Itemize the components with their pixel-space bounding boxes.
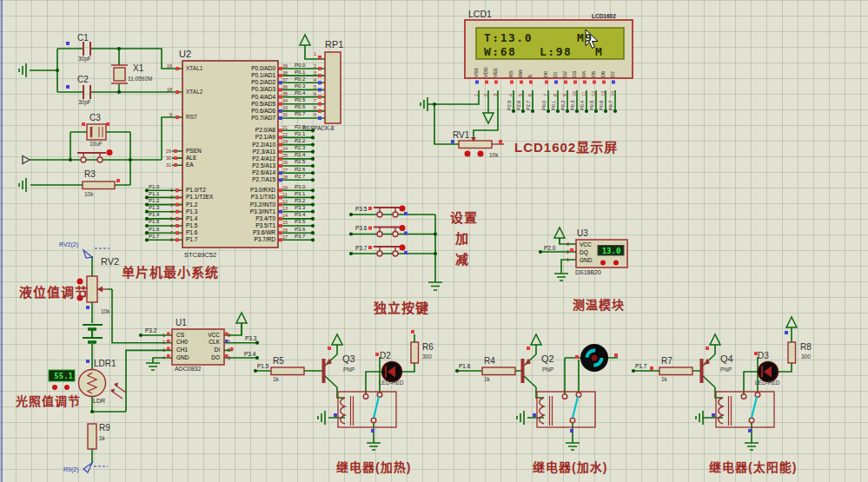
adc-part: ADC0832 [175,366,201,372]
capacitor-c2 [83,85,90,99]
mcu-pin-label: P3.0/RXD [214,187,275,194]
u3-ref: U3 [577,228,588,238]
mcu-ref: U2 [179,49,191,59]
lcd-pin-number: 2 [483,85,493,96]
net-label: P3.7 [295,233,305,240]
lcd-pin-name: VDD [483,60,493,77]
net-label: P0.6 [295,103,305,110]
net-label: P3.2 [295,197,305,204]
net-label: P3.4 [295,211,305,218]
mcu-pin-label: P3.2/INT0 [214,201,275,208]
mcu-pin-number: 35 [282,90,288,97]
r7-ref: R7 [661,356,673,366]
mcu-pin-number: 33 [282,104,288,111]
caption-keys: 独立按键 [374,298,429,316]
mcu-p1-nums: 12345678 [165,187,173,243]
q4-ref: Q4 [720,353,733,364]
u3-pin-name: GND [580,256,592,264]
lcd-pin-number: 1 [474,85,483,96]
mcu-pin-label: P0.2/AD2 [214,79,275,86]
mcu-pin-label: P3.6/WR [214,229,275,236]
lcd-pins-power: VSSVDDVEE [474,60,502,77]
mcu-pin-label: P3.7/RD [214,236,275,243]
net-p3-3: P3.3 [245,335,256,341]
net-label: P2.5 [507,91,516,110]
lcd-ref: LCD1 [468,9,492,19]
r9-value: 1k [99,435,105,441]
net-label: P0.3 [570,91,580,110]
mcu-pin-label: PSEN [186,148,202,155]
mcu-pin-number: 10 [282,184,288,191]
mcu-pin-number: 16 [282,227,288,234]
net-label: P0.0 [295,62,305,69]
push-button-plus[interactable] [374,225,406,237]
push-button-minus[interactable] [374,245,406,257]
net-label: P1.6 [149,226,159,233]
net-label: P2.7 [295,173,305,180]
net-label: P0.4 [295,89,305,96]
adc-pin-number: 1 [159,332,165,340]
adc-pin-name: GND [176,354,189,362]
d3-part: LED-RED [755,380,780,386]
net-p1-5: P1.5 [257,363,268,369]
net-label: P0.4 [580,91,589,110]
adc-pin-number: 5 [228,347,230,354]
push-button-set[interactable] [374,206,406,218]
mcu-pin-number: 3 [165,201,173,208]
resistor-r3 [83,182,115,189]
mcu-pin-label: P0.3/AD3 [214,86,275,93]
rp1-part: RESPACK-8 [302,125,334,131]
mcu-pin-number: 34 [282,97,288,104]
mcu-pin-label: EA [186,162,202,168]
r3-value: 10k [84,191,93,197]
d3-ref: D3 [758,351,769,360]
mcu-num-xtal2: 18 [163,87,172,92]
net-label: P3.3 [295,204,305,211]
caption-set: 设置 [450,208,478,226]
adc-left-pins: CSCH0CH1GND [176,332,189,362]
u3-nums: 321 [563,241,569,264]
lcd-pin-name: D4 [581,60,591,77]
r4-ref: R4 [484,356,495,366]
q3-ref: Q3 [342,353,355,364]
resistor-r5 [271,367,304,375]
lcd-line2-mid: L:98 [540,45,572,58]
ldr-part: LDR [93,398,105,404]
transistor-q4 [700,359,711,384]
mcu-pin-number: 8 [165,236,173,243]
rp1-pin-number: 2 [309,63,316,69]
lcd-nets-data: P0.0P0.1P0.2P0.3P0.4P0.5P0.6P0.7 [541,91,618,110]
mcu-pin-label: P1.2 [186,201,213,208]
mcu-pin-number: 7 [165,229,173,236]
resistor-r8 [788,342,796,363]
probe-r9 [83,463,108,472]
lcd-pins-data: D0D1D2D3D4D5D6D7 [543,60,620,77]
net-label: P3.5 [355,206,367,226]
lcd-pin-name: D7 [610,60,620,77]
x1-ref: X1 [133,63,143,73]
lcd-pin-name: E [527,60,537,77]
mcu-pin-label: P0.1/AD1 [214,72,275,79]
mcu-pin-label: P1.7 [186,236,213,243]
net-label: P0.2 [295,76,305,83]
caption-relay-water: 继电器(加水) [533,458,607,475]
c1-value: 30pF [78,56,91,62]
u3-pin-number: 3 [563,241,569,248]
caption-lcd: LCD1602显示屏 [514,137,618,155]
net-p2-0: P2.0 [544,245,555,251]
net-label: P1.3 [149,204,159,211]
rv1-value: 10k [489,152,498,158]
lcd-nets-ctrl: P2.5P2.6P2.7 [507,91,535,110]
mcu-pin-number: 25 [282,152,288,159]
r6-ref: R6 [422,342,434,352]
transistor-q2 [521,359,532,384]
mcu-pin-rst: RST [186,114,197,120]
net-label: P0.1 [295,69,305,76]
net-label: P3.1 [295,190,305,197]
lcd-pin-name: RS [508,60,518,77]
adc-pin-number: 8 [228,332,230,340]
adc-pin-name: DI [191,347,220,354]
mcu-pin-label: P2.4/A12 [214,155,275,162]
r8-ref: R8 [800,342,812,352]
schematic-canvas: C1 30pF C2 30pF X1 11.0592M C3 10uF R3 1… [0,0,868,482]
